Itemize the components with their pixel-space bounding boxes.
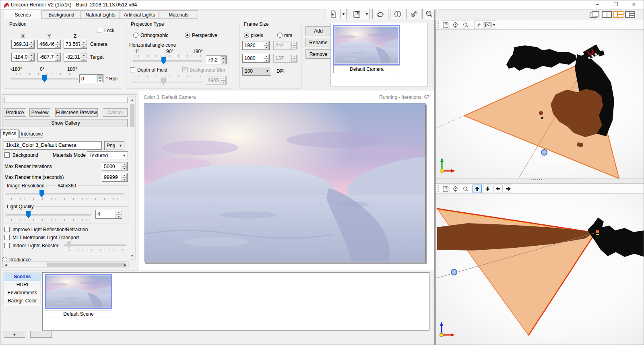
mlt-checkbox[interactable] [4, 235, 10, 240]
pixels-radio[interactable] [244, 33, 249, 38]
spinner-arrows[interactable] [115, 210, 122, 218]
spinner-arrows[interactable] [80, 40, 87, 48]
spinner-arrows[interactable] [121, 173, 127, 181]
spinner-arrows[interactable] [54, 40, 60, 48]
spinner-arrows[interactable] [263, 41, 269, 49]
image-resolution-slider[interactable] [6, 190, 124, 198]
tab-background[interactable]: Background [42, 10, 81, 19]
category-environments[interactable]: Environments [4, 289, 41, 297]
camera-thumbnail[interactable] [333, 25, 400, 65]
roll-slider[interactable] [11, 75, 78, 83]
produce-button[interactable]: Produce [4, 108, 26, 117]
spinner-arrows[interactable] [54, 53, 60, 61]
zoom-button[interactable] [461, 21, 470, 29]
category-background-color[interactable]: Backgr. Color [4, 297, 41, 305]
save-caret[interactable]: ▼ [364, 9, 370, 19]
inspect-button[interactable] [422, 9, 436, 19]
layout-three-pane-icon[interactable] [613, 11, 623, 18]
target-z-field[interactable]: -82.314 [64, 53, 87, 62]
orthographic-radio[interactable] [133, 33, 138, 38]
indoor-booster-checkbox[interactable] [4, 243, 10, 248]
scroll-up-icon[interactable]: ▲ [129, 98, 135, 102]
camera-z-field[interactable]: 73.567 [64, 40, 87, 49]
scene-item-name[interactable]: Default Scene [45, 310, 112, 318]
orbit-button[interactable] [372, 9, 388, 19]
spinner-arrows[interactable] [121, 162, 127, 170]
camera-x-field[interactable]: 369.318 [11, 40, 35, 49]
tab-natural-lights[interactable]: Natural Lights [81, 10, 120, 19]
info-button[interactable] [390, 9, 405, 19]
spinner-arrows[interactable] [220, 56, 226, 64]
pan-down-button[interactable] [483, 185, 492, 193]
fullscreen-preview-button[interactable]: Fullscreen Preview [55, 108, 98, 117]
roll-value-field[interactable]: 0 [79, 74, 103, 83]
fit-view-button[interactable] [441, 21, 450, 29]
left-panel-hscrollbar[interactable]: ◀ ▶ [2, 261, 129, 268]
materials-mode-combo[interactable]: Textured▼ [87, 151, 128, 160]
viewport1-canvas[interactable] [436, 30, 644, 179]
pan-up-button[interactable] [473, 185, 482, 193]
restore-button[interactable]: ❐ [609, 0, 622, 9]
width-px-field[interactable]: 1920 [242, 41, 270, 50]
category-hdri[interactable]: HDRI [4, 281, 41, 289]
fit-view-button[interactable] [441, 185, 450, 193]
target-y-field[interactable]: -687.795 [37, 53, 61, 62]
angle-cone-slider[interactable] [133, 57, 202, 65]
left-panel-vscrollbar[interactable]: ▲ ▼ [129, 96, 136, 260]
scene-thumbnail[interactable] [45, 274, 112, 309]
zoom-button[interactable] [461, 185, 470, 193]
tab-materials[interactable]: Materials [159, 10, 198, 19]
scroll-left-icon[interactable]: ◀ [4, 263, 7, 267]
light-quality-field[interactable]: 4 [95, 210, 122, 219]
new-scene-caret[interactable]: ▼ [341, 9, 347, 19]
layout-two-pane-icon[interactable] [602, 11, 612, 18]
focus-target-button[interactable] [451, 185, 460, 193]
cut-button[interactable]: ✂ [474, 21, 483, 29]
viewport2-canvas[interactable] [436, 194, 644, 345]
save-button[interactable] [349, 9, 364, 19]
layout-list-icon[interactable] [625, 11, 635, 18]
close-button[interactable]: × [627, 0, 640, 9]
angle-value-field[interactable]: 79.2 [206, 55, 227, 64]
scroll-down-icon[interactable]: ▼ [129, 254, 135, 258]
dpi-combo[interactable]: 200▼ [242, 67, 271, 76]
lock-checkbox[interactable] [97, 28, 102, 33]
vscroll-thumb[interactable] [130, 104, 134, 127]
height-px-field[interactable]: 1080 [242, 54, 270, 63]
viewport-splitter[interactable]: •••••• [436, 179, 644, 184]
toolbar-drag-handle[interactable] [438, 21, 439, 28]
new-scene-button[interactable] [326, 9, 341, 19]
camera-item-name[interactable]: Default Camera [333, 65, 400, 73]
max-time-field[interactable]: 99999 [102, 173, 128, 182]
scroll-right-icon[interactable]: ▶ [124, 263, 127, 267]
camera-y-field[interactable]: 466.464 [37, 40, 61, 49]
focus-target-button[interactable] [451, 21, 460, 29]
spinner-arrows[interactable] [97, 75, 103, 83]
spinner-arrows[interactable] [80, 53, 87, 61]
tab-interactive[interactable]: Interactive [19, 130, 44, 138]
perspective-radio[interactable] [185, 33, 190, 38]
preview-button[interactable]: Preview [29, 108, 50, 117]
hscroll-thumb[interactable] [47, 263, 126, 267]
settings-button[interactable] [406, 9, 421, 19]
minimize-button[interactable]: – [591, 0, 604, 9]
spinner-arrows[interactable] [263, 54, 269, 62]
spinner-arrows[interactable] [28, 40, 34, 48]
show-gallery-button[interactable]: Show Gallery [4, 119, 128, 127]
mm-radio[interactable] [277, 33, 283, 38]
target-x-field[interactable]: -184.070 [11, 53, 35, 62]
add-scene-button[interactable]: + [4, 331, 25, 338]
layout-cascade-icon[interactable] [590, 11, 600, 18]
remove-scene-button[interactable]: - [30, 331, 52, 338]
spinner-arrows[interactable] [28, 53, 34, 61]
max-iterations-field[interactable]: 5000 [102, 162, 128, 171]
pan-left-button[interactable] [493, 185, 503, 193]
tab-scenes[interactable]: Scenes [4, 10, 42, 19]
light-quality-slider[interactable] [6, 211, 91, 219]
remove-camera-button[interactable]: Remove [305, 49, 331, 59]
category-scenes[interactable]: Scenes [4, 273, 41, 281]
improve-reflection-checkbox[interactable] [4, 227, 10, 232]
pan-right-button[interactable] [504, 185, 513, 193]
toolbar-drag-handle[interactable] [438, 185, 439, 192]
tab-artificial-lights[interactable]: Artificial Lights [120, 10, 159, 19]
